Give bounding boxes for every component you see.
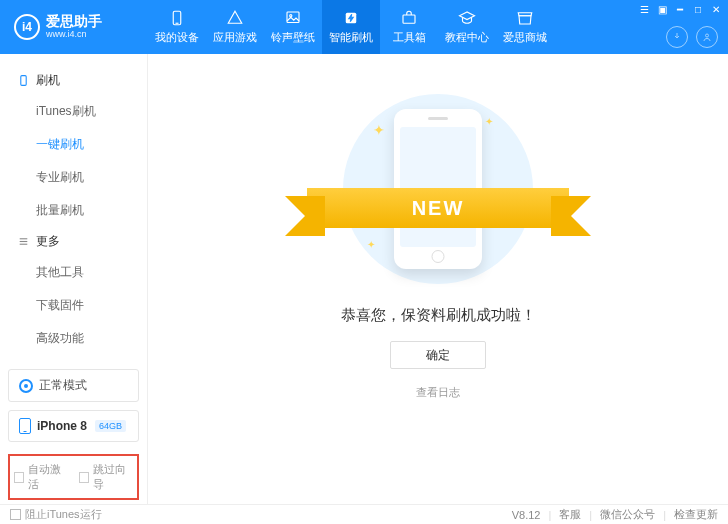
settings-icon[interactable]: ☰ bbox=[636, 2, 652, 16]
user-icon[interactable] bbox=[696, 26, 718, 48]
success-illustration: ✦ ✦ ✦ NEW bbox=[343, 94, 533, 284]
svg-rect-7 bbox=[20, 76, 25, 86]
nav-toolbox[interactable]: 工具箱 bbox=[380, 0, 438, 54]
nav-smart-flash[interactable]: 智能刷机 bbox=[322, 0, 380, 54]
nav-store[interactable]: 爱思商城 bbox=[496, 0, 554, 54]
svg-rect-2 bbox=[287, 12, 299, 23]
store-icon bbox=[516, 9, 534, 27]
svg-rect-5 bbox=[403, 15, 415, 23]
sparkle-icon: ✦ bbox=[367, 239, 375, 250]
device-icon bbox=[168, 9, 186, 27]
sparkle-icon: ✦ bbox=[373, 122, 385, 138]
phone-outline-icon bbox=[19, 418, 31, 434]
flash-icon bbox=[342, 9, 360, 27]
mode-indicator-icon bbox=[19, 379, 33, 393]
graduation-icon bbox=[458, 9, 476, 27]
brand-area: i4 爱思助手 www.i4.cn bbox=[0, 0, 148, 54]
sidebar-section-more[interactable]: 更多 bbox=[12, 227, 135, 256]
wechat-link[interactable]: 微信公众号 bbox=[600, 507, 655, 522]
storage-badge: 64GB bbox=[95, 420, 126, 432]
list-icon bbox=[16, 235, 30, 249]
toolbox-icon bbox=[400, 9, 418, 27]
svg-point-6 bbox=[706, 34, 709, 37]
success-message: 恭喜您，保资料刷机成功啦！ bbox=[341, 306, 536, 325]
sidebar-item-onekey-flash[interactable]: 一键刷机 bbox=[12, 128, 135, 161]
brand-title: 爱思助手 bbox=[46, 14, 102, 29]
sidebar-item-pro-flash[interactable]: 专业刷机 bbox=[12, 161, 135, 194]
app-header: i4 爱思助手 www.i4.cn 我的设备 应用游戏 铃声壁纸 智能刷机 工具… bbox=[0, 0, 728, 54]
device-name: iPhone 8 bbox=[37, 419, 87, 433]
sparkle-icon: ✦ bbox=[485, 116, 493, 127]
minimize-button[interactable]: ━ bbox=[672, 2, 688, 16]
close-button[interactable]: ✕ bbox=[708, 2, 724, 16]
window-controls: ☰ ▣ ━ □ ✕ bbox=[636, 2, 724, 16]
pin-icon[interactable]: ▣ bbox=[654, 2, 670, 16]
block-itunes-checkbox[interactable]: 阻止iTunes运行 bbox=[10, 507, 102, 522]
ok-button[interactable]: 确定 bbox=[390, 341, 486, 369]
image-icon bbox=[284, 9, 302, 27]
main-content: ✦ ✦ ✦ NEW 恭喜您，保资料刷机成功啦！ 确定 查看日志 bbox=[148, 54, 728, 504]
status-bar: 阻止iTunes运行 V8.12 | 客服 | 微信公众号 | 检查更新 bbox=[0, 504, 728, 524]
auto-activate-checkbox[interactable]: 自动激活 bbox=[14, 462, 69, 492]
sidebar-item-download-firmware[interactable]: 下载固件 bbox=[12, 289, 135, 322]
apps-icon bbox=[226, 9, 244, 27]
brand-url: www.i4.cn bbox=[46, 30, 102, 40]
download-icon[interactable] bbox=[666, 26, 688, 48]
sidebar: 刷机 iTunes刷机 一键刷机 专业刷机 批量刷机 更多 其他工具 下载固件 … bbox=[0, 54, 148, 504]
device-info[interactable]: iPhone 8 64GB bbox=[8, 410, 139, 442]
sidebar-item-itunes-flash[interactable]: iTunes刷机 bbox=[12, 95, 135, 128]
skip-guide-checkbox[interactable]: 跳过向导 bbox=[79, 462, 134, 492]
highlighted-options: 自动激活 跳过向导 bbox=[8, 454, 139, 500]
phone-icon bbox=[16, 74, 30, 88]
nav-tutorials[interactable]: 教程中心 bbox=[438, 0, 496, 54]
nav-apps-games[interactable]: 应用游戏 bbox=[206, 0, 264, 54]
support-link[interactable]: 客服 bbox=[559, 507, 581, 522]
nav-ringtones[interactable]: 铃声壁纸 bbox=[264, 0, 322, 54]
header-actions bbox=[666, 26, 718, 48]
view-log-link[interactable]: 查看日志 bbox=[416, 385, 460, 400]
version-label: V8.12 bbox=[512, 509, 541, 521]
sidebar-item-batch-flash[interactable]: 批量刷机 bbox=[12, 194, 135, 227]
new-ribbon: NEW bbox=[307, 188, 569, 228]
logo-icon: i4 bbox=[14, 14, 40, 40]
check-update-link[interactable]: 检查更新 bbox=[674, 507, 718, 522]
sidebar-item-other-tools[interactable]: 其他工具 bbox=[12, 256, 135, 289]
sidebar-item-advanced[interactable]: 高级功能 bbox=[12, 322, 135, 355]
sidebar-section-flash[interactable]: 刷机 bbox=[12, 66, 135, 95]
device-mode[interactable]: 正常模式 bbox=[8, 369, 139, 402]
nav-my-devices[interactable]: 我的设备 bbox=[148, 0, 206, 54]
maximize-button[interactable]: □ bbox=[690, 2, 706, 16]
